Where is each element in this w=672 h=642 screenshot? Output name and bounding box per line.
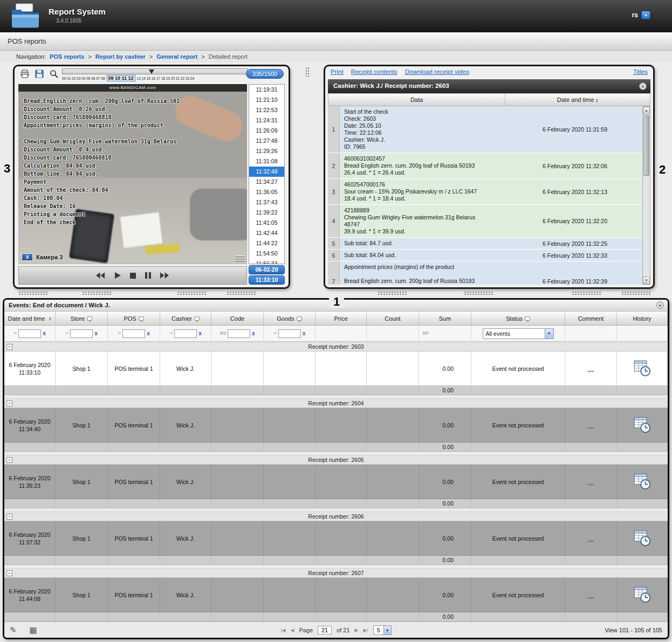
print-link[interactable]: Print: [331, 68, 344, 75]
column-header-date[interactable]: Date and time ▲▼: [4, 312, 56, 325]
status-filter-select[interactable]: All events ▼: [483, 328, 554, 339]
fast-forward-button[interactable]: [160, 272, 169, 279]
history-icon[interactable]: [633, 529, 652, 548]
column-header-pos[interactable]: POS: [108, 312, 160, 325]
timestamp-item[interactable]: 11:31:08: [249, 156, 284, 167]
breadcrumb-link-general-report[interactable]: General report: [156, 53, 197, 60]
filter-code-input[interactable]: [228, 329, 250, 338]
timestamp-item[interactable]: 11:44:22: [249, 238, 284, 248]
history-icon[interactable]: [633, 360, 652, 378]
vertical-splitter-handle[interactable]: [305, 67, 309, 77]
scroll-down-icon[interactable]: ▼: [643, 277, 650, 284]
column-header-data[interactable]: Data: [328, 94, 505, 106]
timestamp-item[interactable]: 11:56:33: [249, 259, 284, 264]
column-header-cashier[interactable]: Cashier: [160, 312, 211, 325]
receipt-scrollbar[interactable]: ▲ ▼: [642, 106, 650, 285]
comment-link[interactable]: ...: [588, 592, 594, 598]
export-frame-icon[interactable]: [35, 69, 44, 79]
event-row[interactable]: 6 February 202011:37:32 Shop 1 POS termi…: [4, 521, 668, 556]
splitter-handle[interactable]: [18, 291, 49, 295]
column-header-comment[interactable]: Comment: [565, 312, 617, 325]
splitter-handle[interactable]: [82, 291, 112, 295]
column-header-store[interactable]: Store: [56, 312, 108, 325]
comment-link[interactable]: ...: [588, 479, 594, 485]
event-row[interactable]: 6 February 202011:44:08 Shop 1 POS termi…: [4, 578, 668, 612]
receipt-row[interactable]: 7 Appointment prices (margins) of the pr…: [328, 261, 642, 285]
video-timeline[interactable]: 00 01 02 03 04 05 06 07 08 09 10 11 12 1…: [62, 68, 248, 81]
scroll-up-icon[interactable]: ▲: [643, 107, 650, 114]
column-header-sum[interactable]: Sum: [419, 312, 471, 325]
timestamp-item[interactable]: 11:24:31: [249, 115, 284, 126]
event-row[interactable]: 6 February 202011:35:23 Shop 1 POS termi…: [4, 465, 668, 499]
prev-page-button[interactable]: ◀: [290, 627, 294, 633]
breadcrumb-link-report-by-cashier[interactable]: Report by cashier: [95, 53, 146, 60]
column-header-price[interactable]: Price: [316, 312, 367, 325]
timestamp-item[interactable]: 11:36:05: [249, 187, 284, 197]
receipt-row[interactable]: 6 Sub total: 84.04 usd. 6 February 2020 …: [328, 250, 642, 261]
history-icon[interactable]: [633, 473, 652, 491]
page-size-select[interactable]: 5 ▼: [373, 625, 392, 635]
timestamp-item[interactable]: 11:26:09: [249, 126, 284, 136]
collapse-group-icon[interactable]: −: [6, 457, 12, 463]
comment-link[interactable]: ...: [588, 422, 594, 429]
timestamp-item[interactable]: 11:42:44: [249, 228, 284, 238]
clear-filter-date[interactable]: x: [43, 330, 46, 336]
timestamp-item[interactable]: 11:34:27: [249, 177, 284, 187]
timestamp-item[interactable]: 11:37:43: [249, 197, 284, 208]
receipt-group-header[interactable]: − Receipt number: 2607: [4, 568, 668, 578]
timestamp-item[interactable]: 11:39:22: [249, 208, 284, 218]
play-button[interactable]: [114, 272, 121, 279]
collapse-group-icon[interactable]: −: [6, 401, 12, 406]
filter-date-input[interactable]: [18, 329, 41, 338]
last-page-button[interactable]: ▶|: [364, 627, 368, 633]
timestamp-item[interactable]: 11:19:31: [249, 85, 284, 95]
receipt-row[interactable]: 3 4602547000176 Sour cream - 15% 200g Pi…: [328, 179, 642, 205]
splitter-handle[interactable]: [621, 291, 652, 295]
timestamp-item[interactable]: 11:22:53: [249, 105, 284, 115]
video-menu-icon[interactable]: [236, 256, 245, 262]
receipt-row[interactable]: 2 4600631002457 Bread English zern. cum.…: [328, 153, 642, 179]
receipt-row[interactable]: 5 Sub total: 84.7 usd. 6 February 2020 1…: [328, 238, 642, 250]
download-receipt-video-link[interactable]: Download receipt video: [405, 68, 470, 75]
timestamp-item[interactable]: 11:29:26: [249, 146, 284, 156]
collapse-group-icon[interactable]: −: [6, 570, 12, 576]
column-header-history[interactable]: History: [617, 312, 668, 325]
pause-button[interactable]: [145, 272, 151, 279]
timestamp-item[interactable]: 11:27:48: [249, 136, 284, 146]
column-header-code[interactable]: Code: [211, 312, 264, 325]
scrollbar-thumb[interactable]: [643, 115, 649, 176]
collapse-events-icon[interactable]: ▲: [656, 301, 664, 309]
filter-pos-input[interactable]: [122, 329, 145, 338]
filter-store-input[interactable]: [70, 329, 93, 338]
column-header-datetime[interactable]: Date and time▲▼: [505, 94, 650, 106]
splitter-handle[interactable]: [378, 291, 408, 295]
timeline-position-marker[interactable]: [149, 70, 154, 74]
user-menu[interactable]: rs ▼: [632, 11, 650, 19]
receipt-contents-link[interactable]: Receipt contents: [351, 68, 397, 75]
splitter-handle[interactable]: [464, 291, 494, 295]
collapse-receipt-icon[interactable]: ▲: [639, 82, 647, 90]
breadcrumb-link-pos-reports[interactable]: POS reports: [50, 53, 84, 60]
history-icon[interactable]: [633, 416, 652, 434]
stop-button[interactable]: [130, 273, 136, 279]
clear-filter-pos[interactable]: x: [147, 330, 150, 336]
next-page-button[interactable]: ▶: [355, 627, 359, 633]
comment-link[interactable]: ...: [588, 365, 594, 372]
page-input[interactable]: [318, 626, 332, 634]
receipt-row[interactable]: 1 Start of the check Check: 2603 Date: 2…: [328, 106, 642, 153]
collapse-group-icon[interactable]: −: [6, 344, 12, 350]
print-frame-icon[interactable]: [20, 69, 30, 79]
first-page-button[interactable]: |◀: [280, 627, 285, 633]
column-header-count[interactable]: Count: [367, 312, 419, 325]
timeline-zoom-region[interactable]: 09 10 11 12: [107, 75, 135, 81]
column-header-status[interactable]: Status: [471, 312, 565, 325]
filter-goods-input[interactable]: [278, 329, 301, 338]
titles-link[interactable]: Titles: [633, 68, 648, 75]
splitter-handle[interactable]: [572, 291, 602, 295]
clear-filter-code[interactable]: x: [252, 330, 255, 336]
receipt-group-header[interactable]: − Receipt number: 2605: [4, 455, 668, 465]
clear-filter-goods[interactable]: x: [303, 330, 306, 336]
timestamp-item[interactable]: 11:21:10: [249, 95, 284, 105]
video-frame[interactable]: www.BANDICAM.com Bread English zern. cum…: [18, 84, 247, 264]
history-icon[interactable]: [633, 586, 652, 604]
